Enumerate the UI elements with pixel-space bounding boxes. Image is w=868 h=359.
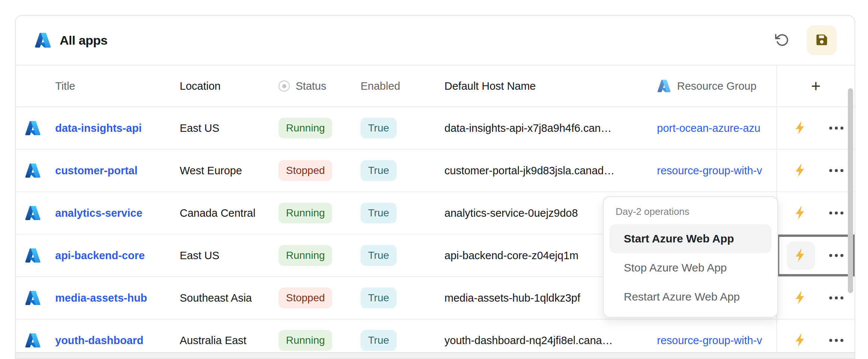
lightning-bolt-icon xyxy=(793,333,808,349)
lightning-bolt-icon xyxy=(793,290,808,306)
lightning-bolt-icon xyxy=(793,163,808,179)
location-cell: East US xyxy=(180,250,279,262)
enabled-badge: True xyxy=(361,160,397,181)
more-actions-button[interactable] xyxy=(828,335,845,346)
row-actions-cell xyxy=(776,277,855,319)
menu-item-stop-azure-web-app[interactable]: Stop Azure Web App xyxy=(610,253,771,282)
row-actions-cell xyxy=(776,150,855,191)
azure-icon xyxy=(16,120,55,136)
card-header: All apps xyxy=(16,16,855,66)
host-name-cell: data-insights-api-x7j8a9h4f6.can… xyxy=(444,122,657,134)
day2-operations-button[interactable] xyxy=(787,326,815,355)
day2-operations-button[interactable] xyxy=(787,199,815,227)
app-title-link[interactable]: youth-dashboard xyxy=(55,334,144,347)
day2-operations-menu: Day-2 operations Start Azure Web App Sto… xyxy=(603,196,778,318)
more-actions-button[interactable] xyxy=(828,123,845,133)
azure-icon xyxy=(16,247,55,264)
status-radio-icon xyxy=(279,80,290,92)
menu-item-label: Start Azure Web App xyxy=(624,232,734,245)
add-column-button[interactable]: + xyxy=(811,77,821,95)
more-actions-button[interactable] xyxy=(828,165,845,176)
app-title-link[interactable]: data-insights-api xyxy=(55,122,142,134)
menu-item-label: Restart Azure Web App xyxy=(624,290,740,303)
menu-item-start-azure-web-app[interactable]: Start Azure Web App xyxy=(610,224,771,253)
location-cell: East US xyxy=(180,122,279,134)
day2-operations-button[interactable] xyxy=(787,156,815,185)
lightning-bolt-icon xyxy=(793,205,808,221)
menu-item-restart-azure-web-app[interactable]: Restart Azure Web App xyxy=(610,282,771,311)
day2-operations-button[interactable] xyxy=(787,114,815,142)
lightning-bolt-icon xyxy=(793,120,808,136)
more-actions-button[interactable] xyxy=(828,293,845,303)
host-name-cell: youth-dashboard-nq24jfi8el.cana… xyxy=(444,334,657,347)
resource-group-link[interactable]: port-ocean-azure-azu xyxy=(657,122,760,134)
menu-section-label: Day-2 operations xyxy=(610,206,771,217)
save-button[interactable] xyxy=(807,25,837,55)
location-cell: Australia East xyxy=(180,334,279,347)
azure-icon xyxy=(657,79,671,93)
row-actions-cell xyxy=(776,192,855,234)
vertical-scrollbar[interactable] xyxy=(848,88,853,293)
status-badge: Running xyxy=(279,118,332,139)
location-cell: Southeast Asia xyxy=(180,292,279,304)
column-header-status: Status xyxy=(279,80,326,92)
location-cell: Canada Central xyxy=(180,207,279,219)
table-row: customer-portal West Europe Stopped True… xyxy=(16,150,855,192)
app-title-link[interactable]: analytics-service xyxy=(55,207,142,219)
enabled-badge: True xyxy=(361,330,397,351)
enabled-badge: True xyxy=(361,287,397,308)
day2-operations-button[interactable] xyxy=(787,284,815,312)
azure-icon xyxy=(16,290,55,306)
status-badge: Running xyxy=(279,245,332,266)
table-row: data-insights-api East US Running True d… xyxy=(16,107,855,150)
azure-logo-icon xyxy=(34,32,51,49)
undo-icon xyxy=(774,32,790,49)
app-title-link[interactable]: customer-portal xyxy=(55,165,138,177)
column-header-resource-group: Resource Group xyxy=(657,79,757,93)
app-title-link[interactable]: api-backend-core xyxy=(55,250,145,262)
column-header-location: Location xyxy=(180,80,279,92)
more-actions-button[interactable] xyxy=(828,208,845,218)
enabled-badge: True xyxy=(361,245,397,266)
status-badge: Stopped xyxy=(279,160,332,181)
app-title-link[interactable]: media-assets-hub xyxy=(55,292,147,304)
more-actions-button[interactable] xyxy=(828,250,845,261)
resource-group-link[interactable]: resource-group-with-v xyxy=(657,334,762,347)
status-badge: Running xyxy=(279,330,332,351)
undo-button[interactable] xyxy=(773,31,791,49)
column-header-enabled: Enabled xyxy=(361,80,444,92)
row-actions-cell xyxy=(776,107,855,149)
enabled-badge: True xyxy=(361,203,397,223)
table-header-row: Title Location Status Enabled Default Ho… xyxy=(16,66,855,107)
enabled-badge: True xyxy=(361,118,397,139)
location-cell: West Europe xyxy=(180,165,279,177)
day2-operations-button[interactable] xyxy=(787,241,815,270)
azure-icon xyxy=(16,162,55,179)
status-badge: Stopped xyxy=(279,287,332,308)
save-icon xyxy=(815,33,829,48)
page-title: All apps xyxy=(60,33,107,48)
lightning-bolt-icon xyxy=(793,248,808,264)
row-actions-cell-focused xyxy=(776,235,855,276)
azure-icon xyxy=(16,205,55,221)
status-badge: Running xyxy=(279,203,332,223)
host-name-cell: customer-portal-jk9d83jsla.canad… xyxy=(444,165,657,177)
azure-icon xyxy=(16,332,55,349)
table-footer-strip xyxy=(16,352,855,358)
column-header-title: Title xyxy=(55,80,180,92)
menu-item-label: Stop Azure Web App xyxy=(624,261,727,274)
resource-group-link[interactable]: resource-group-with-v xyxy=(657,165,762,177)
column-header-host: Default Host Name xyxy=(444,80,657,92)
